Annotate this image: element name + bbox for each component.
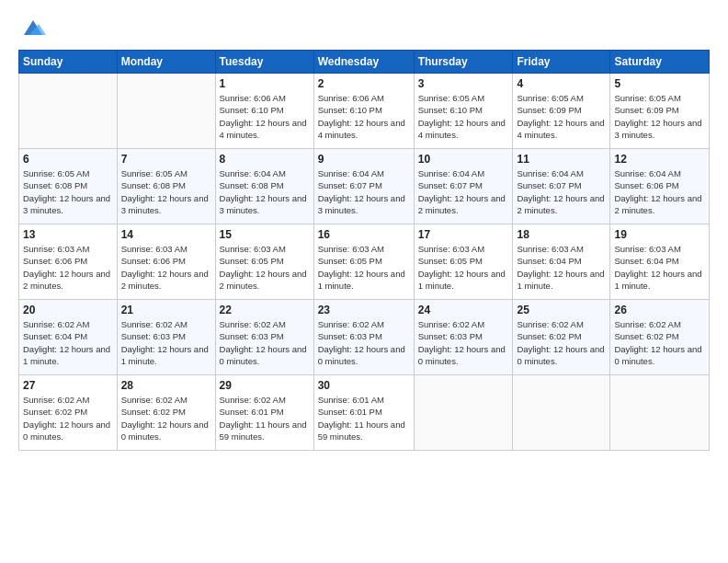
weekday-header-wednesday: Wednesday xyxy=(313,51,414,74)
weekday-header-row: SundayMondayTuesdayWednesdayThursdayFrid… xyxy=(19,51,710,74)
day-number: 22 xyxy=(220,304,310,316)
calendar-cell xyxy=(414,375,513,451)
day-detail: Sunrise: 6:02 AM Sunset: 6:02 PM Dayligh… xyxy=(517,318,606,367)
day-detail: Sunrise: 6:02 AM Sunset: 6:03 PM Dayligh… xyxy=(121,318,211,367)
day-detail: Sunrise: 6:03 AM Sunset: 6:06 PM Dayligh… xyxy=(23,243,113,292)
calendar-cell: 26Sunrise: 6:02 AM Sunset: 6:02 PM Dayli… xyxy=(610,300,710,375)
day-number: 23 xyxy=(318,304,410,316)
weekday-header-saturday: Saturday xyxy=(610,51,710,74)
day-number: 8 xyxy=(220,153,310,166)
day-detail: Sunrise: 6:05 AM Sunset: 6:08 PM Dayligh… xyxy=(121,167,211,216)
day-detail: Sunrise: 6:03 AM Sunset: 6:05 PM Dayligh… xyxy=(418,243,509,292)
calendar-cell: 21Sunrise: 6:02 AM Sunset: 6:03 PM Dayli… xyxy=(117,300,215,375)
day-detail: Sunrise: 6:03 AM Sunset: 6:05 PM Dayligh… xyxy=(220,243,310,292)
calendar-cell xyxy=(513,375,610,451)
calendar-cell xyxy=(117,74,215,149)
day-detail: Sunrise: 6:04 AM Sunset: 6:08 PM Dayligh… xyxy=(220,167,310,216)
day-number: 5 xyxy=(614,77,705,90)
day-number: 14 xyxy=(121,228,211,241)
calendar-cell xyxy=(19,74,118,149)
weekday-header-sunday: Sunday xyxy=(19,51,118,74)
day-number: 10 xyxy=(418,153,509,166)
weekday-header-friday: Friday xyxy=(513,51,610,74)
calendar-cell: 5Sunrise: 6:05 AM Sunset: 6:09 PM Daylig… xyxy=(610,74,710,149)
day-number: 26 xyxy=(614,304,705,316)
calendar-cell: 20Sunrise: 6:02 AM Sunset: 6:04 PM Dayli… xyxy=(19,300,118,375)
day-detail: Sunrise: 6:05 AM Sunset: 6:10 PM Dayligh… xyxy=(418,92,509,141)
day-number: 28 xyxy=(121,379,211,392)
day-number: 16 xyxy=(318,228,410,241)
logo-icon xyxy=(20,15,46,40)
day-number: 13 xyxy=(23,228,113,241)
day-detail: Sunrise: 6:03 AM Sunset: 6:06 PM Dayligh… xyxy=(121,243,211,292)
calendar-cell: 2Sunrise: 6:06 AM Sunset: 6:10 PM Daylig… xyxy=(313,74,414,149)
day-detail: Sunrise: 6:02 AM Sunset: 6:02 PM Dayligh… xyxy=(23,394,113,442)
calendar-cell: 12Sunrise: 6:04 AM Sunset: 6:06 PM Dayli… xyxy=(610,149,710,224)
day-detail: Sunrise: 6:03 AM Sunset: 6:05 PM Dayligh… xyxy=(318,243,410,292)
day-detail: Sunrise: 6:03 AM Sunset: 6:04 PM Dayligh… xyxy=(517,243,606,292)
weekday-header-monday: Monday xyxy=(117,51,215,74)
day-number: 11 xyxy=(517,153,606,166)
day-number: 9 xyxy=(318,153,410,166)
calendar-cell: 9Sunrise: 6:04 AM Sunset: 6:07 PM Daylig… xyxy=(313,149,414,224)
weekday-header-thursday: Thursday xyxy=(414,51,513,74)
day-detail: Sunrise: 6:04 AM Sunset: 6:07 PM Dayligh… xyxy=(418,167,509,216)
calendar-cell: 1Sunrise: 6:06 AM Sunset: 6:10 PM Daylig… xyxy=(215,74,313,149)
calendar-cell: 18Sunrise: 6:03 AM Sunset: 6:04 PM Dayli… xyxy=(513,224,610,300)
day-number: 25 xyxy=(517,304,606,316)
day-detail: Sunrise: 6:02 AM Sunset: 6:02 PM Dayligh… xyxy=(121,394,211,442)
day-detail: Sunrise: 6:04 AM Sunset: 6:06 PM Dayligh… xyxy=(614,167,705,216)
logo xyxy=(18,15,46,40)
calendar-cell: 15Sunrise: 6:03 AM Sunset: 6:05 PM Dayli… xyxy=(215,224,313,300)
day-detail: Sunrise: 6:02 AM Sunset: 6:02 PM Dayligh… xyxy=(614,318,705,367)
day-detail: Sunrise: 6:06 AM Sunset: 6:10 PM Dayligh… xyxy=(220,92,310,141)
calendar-cell: 30Sunrise: 6:01 AM Sunset: 6:01 PM Dayli… xyxy=(313,375,414,451)
page: SundayMondayTuesdayWednesdayThursdayFrid… xyxy=(0,0,728,563)
header xyxy=(18,15,710,40)
day-number: 30 xyxy=(318,379,410,392)
day-detail: Sunrise: 6:01 AM Sunset: 6:01 PM Dayligh… xyxy=(318,394,410,442)
calendar-cell: 16Sunrise: 6:03 AM Sunset: 6:05 PM Dayli… xyxy=(313,224,414,300)
day-detail: Sunrise: 6:04 AM Sunset: 6:07 PM Dayligh… xyxy=(517,167,606,216)
day-number: 18 xyxy=(517,228,606,241)
day-number: 1 xyxy=(220,77,310,90)
day-detail: Sunrise: 6:02 AM Sunset: 6:03 PM Dayligh… xyxy=(318,318,410,367)
calendar-cell: 28Sunrise: 6:02 AM Sunset: 6:02 PM Dayli… xyxy=(117,375,215,451)
day-detail: Sunrise: 6:04 AM Sunset: 6:07 PM Dayligh… xyxy=(318,167,410,216)
calendar-cell: 22Sunrise: 6:02 AM Sunset: 6:03 PM Dayli… xyxy=(215,300,313,375)
calendar-cell: 27Sunrise: 6:02 AM Sunset: 6:02 PM Dayli… xyxy=(19,375,118,451)
calendar-cell: 4Sunrise: 6:05 AM Sunset: 6:09 PM Daylig… xyxy=(513,74,610,149)
calendar-cell: 23Sunrise: 6:02 AM Sunset: 6:03 PM Dayli… xyxy=(313,300,414,375)
calendar-cell: 7Sunrise: 6:05 AM Sunset: 6:08 PM Daylig… xyxy=(117,149,215,224)
calendar-cell: 11Sunrise: 6:04 AM Sunset: 6:07 PM Dayli… xyxy=(513,149,610,224)
calendar-cell: 17Sunrise: 6:03 AM Sunset: 6:05 PM Dayli… xyxy=(414,224,513,300)
day-number: 29 xyxy=(220,379,310,392)
day-number: 24 xyxy=(418,304,509,316)
calendar-cell: 25Sunrise: 6:02 AM Sunset: 6:02 PM Dayli… xyxy=(513,300,610,375)
day-number: 2 xyxy=(318,77,410,90)
day-detail: Sunrise: 6:02 AM Sunset: 6:03 PM Dayligh… xyxy=(220,318,310,367)
day-number: 7 xyxy=(121,153,211,166)
calendar-cell: 14Sunrise: 6:03 AM Sunset: 6:06 PM Dayli… xyxy=(117,224,215,300)
day-number: 12 xyxy=(614,153,705,166)
day-number: 3 xyxy=(418,77,509,90)
calendar-cell xyxy=(610,375,710,451)
day-number: 4 xyxy=(517,77,606,90)
day-number: 21 xyxy=(121,304,211,316)
calendar-cell: 19Sunrise: 6:03 AM Sunset: 6:04 PM Dayli… xyxy=(610,224,710,300)
calendar-week-row: 1Sunrise: 6:06 AM Sunset: 6:10 PM Daylig… xyxy=(19,74,710,149)
day-detail: Sunrise: 6:03 AM Sunset: 6:04 PM Dayligh… xyxy=(614,243,705,292)
calendar-cell: 3Sunrise: 6:05 AM Sunset: 6:10 PM Daylig… xyxy=(414,74,513,149)
day-detail: Sunrise: 6:05 AM Sunset: 6:08 PM Dayligh… xyxy=(23,167,113,216)
calendar-week-row: 6Sunrise: 6:05 AM Sunset: 6:08 PM Daylig… xyxy=(19,149,710,224)
calendar-cell: 10Sunrise: 6:04 AM Sunset: 6:07 PM Dayli… xyxy=(414,149,513,224)
day-detail: Sunrise: 6:02 AM Sunset: 6:03 PM Dayligh… xyxy=(418,318,509,367)
calendar-cell: 24Sunrise: 6:02 AM Sunset: 6:03 PM Dayli… xyxy=(414,300,513,375)
day-number: 6 xyxy=(23,153,113,166)
calendar-week-row: 27Sunrise: 6:02 AM Sunset: 6:02 PM Dayli… xyxy=(19,375,710,451)
day-detail: Sunrise: 6:06 AM Sunset: 6:10 PM Dayligh… xyxy=(318,92,410,141)
day-number: 17 xyxy=(418,228,509,241)
calendar-cell: 8Sunrise: 6:04 AM Sunset: 6:08 PM Daylig… xyxy=(215,149,313,224)
weekday-header-tuesday: Tuesday xyxy=(215,51,313,74)
day-number: 15 xyxy=(220,228,310,241)
